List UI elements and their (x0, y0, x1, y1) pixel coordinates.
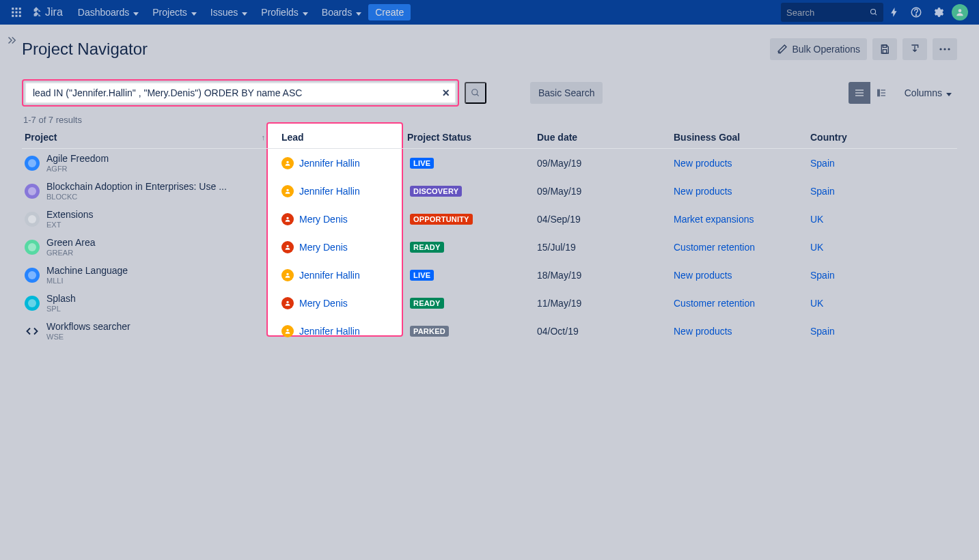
project-name-link[interactable]: Green Area (46, 237, 96, 248)
svg-rect-23 (855, 95, 864, 96)
nav-boards[interactable]: Boards (315, 0, 368, 25)
goal-link[interactable]: Customer retention (671, 294, 808, 313)
goal-link[interactable]: New products (671, 266, 808, 285)
project-name-link[interactable]: Splash (46, 293, 76, 304)
svg-rect-8 (19, 15, 21, 17)
project-avatar-icon (25, 240, 40, 255)
nav-issues[interactable]: Issues (204, 0, 254, 25)
svg-point-46 (286, 328, 288, 331)
table-row[interactable]: Blockchain Adoption in Enterprises: Use … (22, 177, 957, 205)
nav-dashboards[interactable]: Dashboards (71, 0, 146, 25)
table-row[interactable]: ExtensionsEXTMery DenisOPPORTUNITY04/Sep… (22, 205, 957, 233)
pql-input[interactable] (26, 87, 455, 98)
save-button[interactable] (872, 38, 897, 60)
settings-icon[interactable] (927, 6, 949, 18)
profile-avatar[interactable] (949, 4, 971, 20)
goal-link[interactable]: New products (671, 154, 808, 173)
clear-icon[interactable]: × (442, 86, 450, 100)
country-link[interactable]: Spain (808, 266, 910, 285)
search-bar-row: × Basic Search Columns (22, 79, 957, 107)
global-search[interactable] (781, 3, 883, 22)
sidebar-expand-icon[interactable] (5, 34, 18, 46)
project-name-link[interactable]: Agile Freedom (46, 153, 109, 164)
country-link[interactable]: Spain (808, 154, 910, 173)
sort-asc-icon: ↑ (262, 133, 266, 141)
svg-rect-26 (881, 92, 885, 93)
export-button[interactable] (902, 38, 927, 60)
lead-cell: Mery Denis (268, 293, 404, 313)
country-link[interactable]: Spain (808, 322, 910, 341)
lead-name-link[interactable]: Jennifer Hallin (299, 270, 360, 281)
col-status[interactable]: Project Status (404, 126, 534, 148)
table-row[interactable]: Agile FreedomAGFRJennifer HallinLIVE09/M… (22, 149, 957, 177)
project-avatar-icon (25, 268, 40, 283)
list-icon (854, 87, 865, 98)
lead-name-link[interactable]: Mery Denis (299, 298, 348, 309)
svg-rect-21 (855, 89, 864, 90)
basic-search-button[interactable]: Basic Search (530, 82, 603, 104)
project-name-link[interactable]: Machine Language (46, 265, 128, 276)
table-row[interactable]: SplashSPLMery DenisREADY11/May/19Custome… (22, 289, 957, 317)
svg-point-9 (870, 9, 875, 14)
jira-logo[interactable]: Jira (30, 6, 63, 18)
status-cell: LIVE (404, 153, 534, 173)
col-project[interactable]: Project↑ (22, 126, 268, 148)
project-name-link[interactable]: Blockchain Adoption in Enterprises: Use … (46, 181, 227, 192)
country-link[interactable]: UK (808, 210, 910, 229)
app-switcher-icon[interactable] (8, 6, 25, 18)
lead-name-link[interactable]: Jennifer Hallin (299, 326, 360, 337)
svg-rect-22 (855, 92, 864, 93)
more-button[interactable] (933, 38, 957, 60)
country-link[interactable]: Spain (808, 182, 910, 201)
lead-avatar-icon (281, 185, 294, 197)
lead-name-link[interactable]: Jennifer Hallin (299, 158, 360, 169)
columns-dropdown[interactable]: Columns (899, 82, 957, 104)
lead-name-link[interactable]: Mery Denis (299, 214, 348, 225)
status-badge: PARKED (410, 326, 449, 337)
global-search-input[interactable] (786, 8, 866, 18)
top-nav: Jira Dashboards Projects Issues Profield… (0, 0, 979, 25)
svg-rect-3 (12, 12, 14, 14)
execute-search-button[interactable] (465, 82, 486, 104)
bulk-operations-button[interactable]: Bulk Operations (770, 38, 867, 60)
svg-point-29 (28, 159, 36, 167)
goal-link[interactable]: Market expansions (671, 210, 808, 229)
detail-view-button[interactable] (870, 82, 892, 104)
country-link[interactable]: UK (808, 294, 910, 313)
goal-link[interactable]: Customer retention (671, 238, 808, 257)
col-goal[interactable]: Business Goal (671, 126, 808, 148)
col-country[interactable]: Country (808, 126, 910, 148)
project-avatar-icon (25, 184, 40, 199)
table-row[interactable]: Machine LanguageMLLIJennifer HallinLIVE1… (22, 261, 957, 289)
lead-avatar-icon (281, 297, 294, 309)
due-cell: 04/Sep/19 (534, 210, 671, 229)
goal-link[interactable]: New products (671, 322, 808, 341)
country-link[interactable]: UK (808, 238, 910, 257)
svg-line-10 (874, 14, 877, 16)
col-lead[interactable]: Lead (268, 126, 404, 148)
svg-point-17 (943, 48, 946, 50)
lead-name-link[interactable]: Jennifer Hallin (299, 186, 360, 197)
svg-point-38 (28, 243, 36, 251)
svg-point-30 (286, 160, 288, 163)
goal-link[interactable]: New products (671, 182, 808, 201)
create-button[interactable]: Create (368, 4, 411, 20)
project-cell: ExtensionsEXT (22, 205, 268, 233)
table-row[interactable]: Green AreaGREARMery DenisREADY15/Jul/19C… (22, 233, 957, 261)
lead-avatar-icon (281, 325, 294, 337)
col-due[interactable]: Due date (534, 126, 671, 148)
project-key: WSE (46, 333, 130, 341)
project-name-link[interactable]: Extensions (46, 209, 93, 220)
table-row[interactable]: Workflows searcherWSEJennifer HallinPARK… (22, 317, 957, 345)
svg-point-12 (915, 15, 916, 16)
project-name-link[interactable]: Workflows searcher (46, 321, 130, 332)
nav-profields[interactable]: Profields (254, 0, 314, 25)
notifications-icon[interactable] (883, 6, 905, 18)
help-icon[interactable] (905, 6, 927, 18)
lead-name-link[interactable]: Mery Denis (299, 242, 348, 253)
project-avatar-icon (25, 324, 40, 339)
nav-projects[interactable]: Projects (146, 0, 204, 25)
project-cell: Machine LanguageMLLI (22, 261, 268, 289)
list-view-button[interactable] (849, 82, 870, 104)
project-key: AGFR (46, 165, 109, 173)
